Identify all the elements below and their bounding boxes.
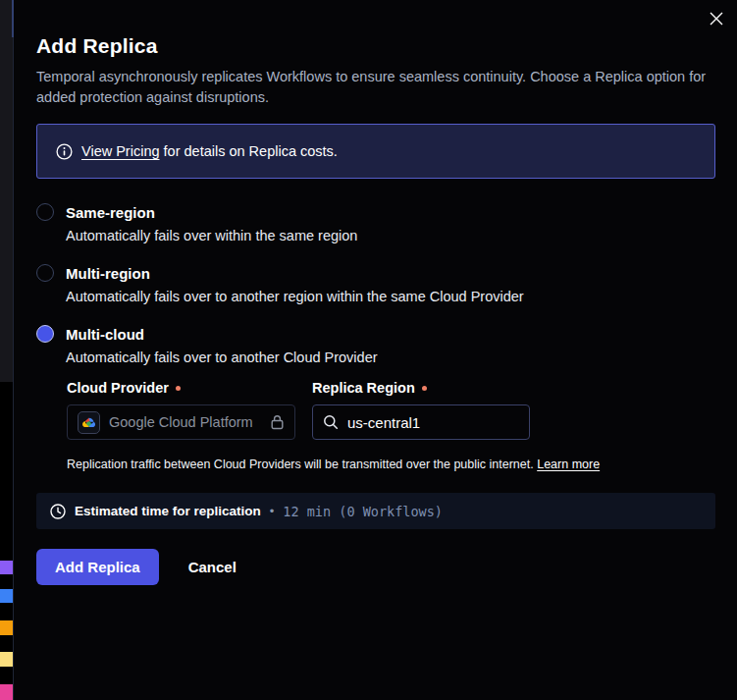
modal-actions: Add Replica Cancel <box>36 549 715 585</box>
option-multi-cloud-select[interactable]: Multi-cloud <box>36 325 715 343</box>
option-description: Automatically fails over to another Clou… <box>66 350 715 365</box>
option-label: Multi-region <box>66 265 150 282</box>
cancel-button[interactable]: Cancel <box>188 559 237 575</box>
field-label-text: Replica Region <box>312 380 415 396</box>
option-description: Automatically fails over to another regi… <box>66 289 715 304</box>
option-description: Automatically fails over within the same… <box>66 228 715 243</box>
replica-region-label: Replica Region <box>312 380 530 396</box>
background-stripe-pink <box>0 684 13 700</box>
cloud-provider-value: Google Cloud Platform <box>109 414 253 430</box>
replica-region-field: Replica Region us-central1 <box>312 380 530 440</box>
option-same-region-select[interactable]: Same-region <box>36 203 715 221</box>
required-dot-icon <box>176 386 181 391</box>
search-icon <box>323 414 339 430</box>
estimate-separator: • <box>270 504 275 518</box>
option-label: Same-region <box>66 204 155 221</box>
estimate-label: Estimated time for replication <box>75 504 261 518</box>
option-same-region: Same-region Automatically fails over wit… <box>36 203 715 243</box>
pricing-info-banner: View Pricing for details on Replica cost… <box>36 124 715 179</box>
add-replica-button[interactable]: Add Replica <box>36 549 159 585</box>
option-multi-region-select[interactable]: Multi-region <box>36 264 715 282</box>
option-multi-cloud: Multi-cloud Automatically fails over to … <box>36 325 715 471</box>
learn-more-link[interactable]: Learn more <box>537 458 600 471</box>
radio-selected-icon[interactable] <box>36 325 54 343</box>
close-icon <box>710 12 723 26</box>
view-pricing-link[interactable]: View Pricing <box>81 143 160 159</box>
required-dot-icon <box>422 386 427 391</box>
replica-region-input[interactable]: us-central1 <box>312 404 530 440</box>
estimated-time-banner: Estimated time for replication • 12 min … <box>36 493 715 529</box>
lock-icon <box>270 414 285 430</box>
page-title: Add Replica <box>36 34 715 58</box>
background-stripe-blue <box>0 589 13 603</box>
clock-icon <box>50 504 66 519</box>
background-page-strip <box>0 0 13 700</box>
radio-unselected-icon[interactable] <box>36 203 54 221</box>
background-dimmed-panel <box>0 0 13 382</box>
background-stripe-purple <box>0 561 13 574</box>
background-stripe-orange <box>0 620 13 635</box>
info-icon <box>56 143 73 160</box>
cloud-provider-select: Google Cloud Platform <box>67 404 295 440</box>
gcp-logo-icon <box>78 411 100 434</box>
option-label: Multi-cloud <box>66 326 144 343</box>
pricing-banner-text: for details on Replica costs. <box>160 143 338 159</box>
estimate-value: 12 min (0 Workflows) <box>283 504 443 519</box>
radio-unselected-icon[interactable] <box>36 264 54 282</box>
note-text: Replication traffic between Cloud Provid… <box>67 458 537 471</box>
cloud-provider-field: Cloud Provider <box>67 380 295 440</box>
cloud-provider-label: Cloud Provider <box>67 380 295 396</box>
add-replica-modal: Add Replica Temporal asynchronously repl… <box>14 0 737 700</box>
field-label-text: Cloud Provider <box>67 380 169 396</box>
close-button[interactable] <box>707 9 726 28</box>
public-internet-note: Replication traffic between Cloud Provid… <box>67 458 715 471</box>
modal-description: Temporal asynchronously replicates Workf… <box>36 67 715 108</box>
replica-option-group: Same-region Automatically fails over wit… <box>36 203 715 471</box>
replica-region-value: us-central1 <box>347 414 420 431</box>
option-multi-region: Multi-region Automatically fails over to… <box>36 264 715 304</box>
multi-cloud-form: Cloud Provider <box>67 380 715 440</box>
background-stripe-yellow <box>0 652 13 667</box>
